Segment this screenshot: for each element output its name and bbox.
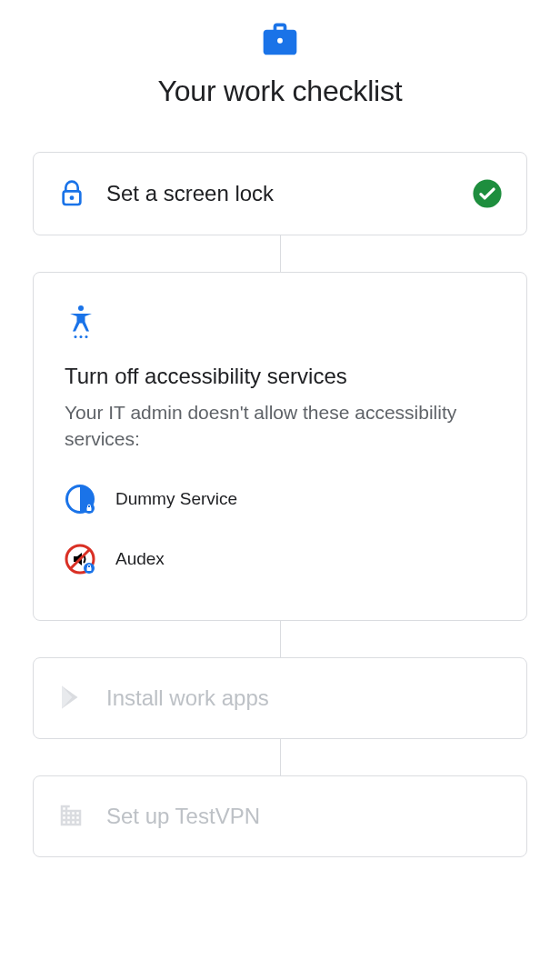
checklist-item-install-apps[interactable]: Install work apps bbox=[33, 657, 527, 739]
accessibility-subtitle: Your IT admin doesn't allow these access… bbox=[65, 400, 495, 453]
svg-point-6 bbox=[80, 335, 83, 338]
install-apps-label: Install work apps bbox=[106, 685, 503, 711]
domain-icon bbox=[57, 802, 86, 831]
checklist-item-screen-lock[interactable]: Set a screen lock bbox=[33, 152, 527, 235]
play-store-icon bbox=[57, 684, 86, 713]
vpn-label: Set up TestVPN bbox=[106, 804, 503, 829]
accessibility-title: Turn off accessibility services bbox=[65, 364, 495, 389]
svg-point-7 bbox=[85, 335, 88, 338]
checklist-item-accessibility[interactable]: Turn off accessibility services Your IT … bbox=[33, 272, 527, 621]
svg-rect-10 bbox=[87, 507, 92, 511]
connector bbox=[33, 235, 527, 272]
service-name: Audex bbox=[115, 549, 165, 569]
audex-icon bbox=[65, 544, 95, 575]
svg-point-4 bbox=[78, 305, 84, 311]
svg-point-5 bbox=[75, 335, 77, 338]
svg-rect-14 bbox=[87, 567, 92, 571]
service-item: Audex bbox=[65, 535, 495, 584]
connector bbox=[33, 621, 527, 657]
svg-point-2 bbox=[70, 195, 75, 200]
briefcase-icon bbox=[0, 0, 560, 58]
connector bbox=[33, 739, 527, 775]
screen-lock-label: Set a screen lock bbox=[106, 181, 472, 206]
checklist-item-vpn[interactable]: Set up TestVPN bbox=[33, 775, 527, 857]
accessibility-icon bbox=[65, 327, 97, 343]
page-title: Your work checklist bbox=[0, 75, 560, 108]
lock-icon bbox=[57, 179, 86, 208]
dummy-service-icon bbox=[65, 484, 95, 515]
service-name: Dummy Service bbox=[115, 489, 237, 509]
service-item: Dummy Service bbox=[65, 475, 495, 524]
check-icon bbox=[472, 178, 503, 209]
svg-point-0 bbox=[277, 38, 283, 44]
